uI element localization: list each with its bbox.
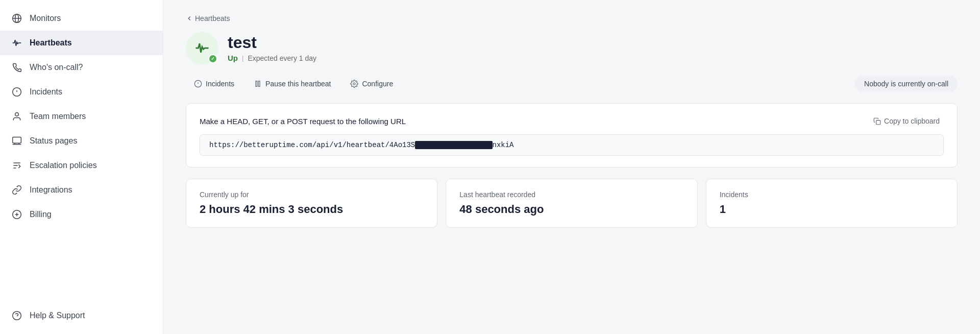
monitor-status: Up bbox=[228, 54, 238, 62]
monitor-subtitle: Up | Expected every 1 day bbox=[228, 54, 316, 62]
url-redacted: ██████████████████ bbox=[415, 141, 492, 149]
sidebar-item-help-support-label: Help & Support bbox=[30, 311, 85, 320]
url-suffix: nxkiA bbox=[493, 141, 514, 149]
sidebar-item-whos-on-call[interactable]: Who's on-call? bbox=[0, 55, 163, 80]
svg-point-6 bbox=[15, 113, 19, 116]
action-bar: Incidents Pause this heartbeat Configure… bbox=[186, 76, 958, 92]
svg-rect-23 bbox=[258, 81, 260, 87]
sidebar-item-integrations[interactable]: Integrations bbox=[0, 178, 163, 202]
breadcrumb: Heartbeats bbox=[186, 14, 958, 22]
stat-last-heartbeat-value: 48 seconds ago bbox=[459, 203, 683, 216]
pause-heartbeat-label: Pause this heartbeat bbox=[265, 80, 331, 88]
status-icon bbox=[11, 135, 22, 147]
sidebar-item-escalation-policies-label: Escalation policies bbox=[30, 161, 97, 170]
incidents-button[interactable]: Incidents bbox=[186, 76, 242, 92]
user-icon bbox=[11, 111, 22, 122]
sidebar-item-billing-label: Billing bbox=[30, 210, 52, 219]
stat-card-uptime: Currently up for 2 hours 42 mins 3 secon… bbox=[186, 179, 437, 228]
integrations-icon bbox=[11, 184, 22, 196]
stat-incidents-value: 1 bbox=[720, 203, 944, 216]
globe-icon bbox=[11, 13, 22, 24]
url-card: Make a HEAD, GET, or a POST request to t… bbox=[186, 103, 958, 168]
sidebar-item-team-members-label: Team members bbox=[30, 112, 86, 121]
sidebar-item-status-pages[interactable]: Status pages bbox=[0, 129, 163, 153]
sidebar: Monitors Heartbeats Who's on-call? Incid… bbox=[0, 0, 163, 334]
sidebar-item-heartbeats[interactable]: Heartbeats bbox=[0, 31, 163, 55]
incidents-button-label: Incidents bbox=[206, 80, 234, 88]
phone-icon bbox=[11, 62, 22, 73]
heartbeat-icon bbox=[11, 37, 22, 49]
billing-icon bbox=[11, 209, 22, 220]
sidebar-item-heartbeats-label: Heartbeats bbox=[30, 38, 72, 47]
copy-icon bbox=[873, 117, 881, 125]
stat-card-incidents: Incidents 1 bbox=[706, 179, 958, 228]
stat-uptime-value: 2 hours 42 mins 3 seconds bbox=[200, 203, 424, 216]
svg-rect-22 bbox=[256, 81, 257, 87]
breadcrumb-label: Heartbeats bbox=[195, 14, 230, 22]
monitor-heartbeat-icon bbox=[194, 40, 210, 56]
stats-grid: Currently up for 2 hours 42 mins 3 secon… bbox=[186, 179, 958, 228]
stat-incidents-label: Incidents bbox=[720, 190, 944, 199]
configure-label: Configure bbox=[362, 80, 393, 88]
help-icon bbox=[11, 310, 22, 321]
pause-heartbeat-button[interactable]: Pause this heartbeat bbox=[246, 76, 339, 92]
configure-icon bbox=[350, 80, 358, 88]
sidebar-item-team-members[interactable]: Team members bbox=[0, 104, 163, 129]
stat-card-last-heartbeat: Last heartbeat recorded 48 seconds ago bbox=[446, 179, 697, 228]
action-bar-left: Incidents Pause this heartbeat Configure bbox=[186, 76, 401, 92]
monitor-title-block: test Up | Expected every 1 day bbox=[228, 34, 316, 62]
url-display: https://betteruptime.com/api/v1/heartbea… bbox=[200, 134, 944, 156]
monitor-expected: Expected every 1 day bbox=[248, 54, 316, 62]
sidebar-item-monitors-label: Monitors bbox=[30, 14, 61, 23]
svg-rect-25 bbox=[876, 120, 880, 124]
url-prefix: https://betteruptime.com/api/v1/heartbea… bbox=[209, 141, 415, 149]
stat-last-heartbeat-label: Last heartbeat recorded bbox=[459, 190, 683, 199]
url-card-title: Make a HEAD, GET, or a POST request to t… bbox=[200, 117, 406, 126]
copy-to-clipboard-label: Copy to clipboard bbox=[884, 117, 940, 125]
sidebar-item-help-support[interactable]: Help & Support bbox=[0, 303, 163, 328]
sidebar-item-monitors[interactable]: Monitors bbox=[0, 6, 163, 31]
on-call-label: Nobody is currently on-call bbox=[864, 80, 948, 88]
sidebar-item-billing[interactable]: Billing bbox=[0, 202, 163, 227]
sidebar-item-integrations-label: Integrations bbox=[30, 185, 72, 195]
sidebar-item-incidents[interactable]: Incidents bbox=[0, 80, 163, 104]
main-content: Heartbeats test Up | Expected every 1 da… bbox=[163, 0, 980, 334]
stat-uptime-label: Currently up for bbox=[200, 190, 424, 199]
sidebar-item-status-pages-label: Status pages bbox=[30, 136, 77, 146]
monitor-icon bbox=[186, 32, 218, 64]
breadcrumb-back[interactable]: Heartbeats bbox=[186, 14, 230, 22]
on-call-badge: Nobody is currently on-call bbox=[855, 76, 958, 92]
url-card-header: Make a HEAD, GET, or a POST request to t… bbox=[200, 115, 944, 127]
alert-circle-icon bbox=[11, 86, 22, 98]
configure-button[interactable]: Configure bbox=[342, 76, 401, 92]
sidebar-item-incidents-label: Incidents bbox=[30, 87, 62, 97]
sidebar-item-escalation-policies[interactable]: Escalation policies bbox=[0, 153, 163, 178]
divider: | bbox=[242, 54, 243, 62]
incidents-icon bbox=[194, 80, 202, 88]
monitor-name: test bbox=[228, 34, 316, 52]
chevron-left-icon bbox=[186, 15, 193, 22]
svg-point-17 bbox=[13, 312, 21, 320]
svg-point-24 bbox=[353, 83, 355, 85]
sidebar-item-whos-on-call-label: Who's on-call? bbox=[30, 63, 83, 72]
status-dot bbox=[208, 54, 217, 63]
svg-rect-7 bbox=[13, 137, 21, 144]
copy-to-clipboard-button[interactable]: Copy to clipboard bbox=[869, 115, 944, 127]
monitor-header: test Up | Expected every 1 day bbox=[186, 32, 958, 64]
pause-icon bbox=[254, 80, 262, 88]
escalation-icon bbox=[11, 160, 22, 171]
